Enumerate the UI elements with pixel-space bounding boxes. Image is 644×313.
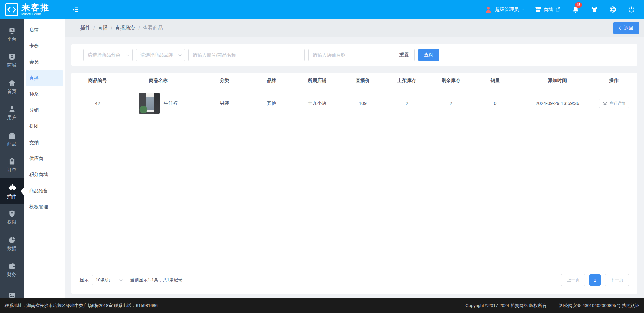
breadcrumb-item-live-sessions[interactable]: 直播场次 [115,25,135,31]
primary-nav-label: 用户 [7,115,17,121]
power-icon [628,6,635,13]
cell-listed-stock: 2 [385,88,429,119]
reset-button[interactable]: 重置 [394,49,415,61]
secondary-nav-label: 供应商 [29,156,43,162]
product-name-text: 牛仔裤 [164,100,178,106]
cell-remaining-stock: 2 [429,88,473,119]
footer-copyright: Copyright ©2017-2024 拾捌网络 版权所有 [465,303,546,309]
media-icon [8,291,16,298]
col-product-name: 商品名称 [117,73,200,88]
primary-sidebar: S 平台 商城 首页 [0,19,24,298]
notification-badge: 45 [575,2,582,8]
primary-nav-orders[interactable]: 订单 [0,152,24,178]
collapse-sidebar-icon[interactable] [72,6,79,13]
primary-nav-mall[interactable]: 商城 [0,47,24,73]
secondary-nav-label: 直播 [29,75,39,81]
language-button[interactable] [609,6,617,13]
search-button[interactable]: 查询 [418,49,439,61]
secondary-nav-shops[interactable]: 店铺 [26,22,63,38]
chevron-down-icon [119,278,123,281]
col-added-time: 添加时间 [517,73,597,88]
brand-select-placeholder: 请选择商品品牌 [140,52,173,58]
col-live-price: 直播价 [340,73,385,88]
footer: 联系地址：湖南省长沙市岳麓区绿地中央广场6栋2018室 联系电话：6159816… [0,298,644,313]
current-page-button[interactable]: 1 [589,274,601,286]
pagination-controls: 上一页 1 下一页 [561,274,629,286]
col-shop: 所属店铺 [293,73,340,88]
secondary-nav-members[interactable]: 会员 [26,54,63,70]
secondary-nav-suppliers[interactable]: 供应商 [26,151,63,167]
orders-icon [8,157,16,165]
primary-nav-finance[interactable]: 财务 [0,257,24,283]
goods-icon [8,131,16,139]
back-button-label: 返回 [624,25,633,31]
footer-license[interactable]: 湘公网安备 43010402000895号 执照认证 [559,303,639,309]
primary-nav-label: 商城 [7,62,17,68]
secondary-nav-label: 卡券 [29,43,39,49]
secondary-nav-auction[interactable]: 竞拍 [26,135,63,151]
breadcrumb-item-view-goods: 查看商品 [143,25,163,31]
view-detail-button[interactable]: 查看详情 [599,99,629,108]
col-listed-stock: 上架库存 [385,73,429,88]
secondary-nav-templates[interactable]: 模板管理 [26,199,63,215]
next-page-button[interactable]: 下一页 [605,274,629,286]
logo[interactable]: 来客推 laiketui.com [0,3,67,16]
col-remaining-stock: 剩余库存 [429,73,473,88]
secondary-sidebar: 店铺 卡券 会员 直播 秒杀 分销 拼团 竞拍 供应商 积分商城 商品预售 模板… [24,19,65,298]
secondary-nav-label: 分销 [29,107,39,113]
shop-name-input[interactable] [308,49,390,61]
store-icon [534,6,542,13]
primary-nav-media[interactable] [0,283,24,298]
table-row: 42 牛仔裤 男装 其他 十九小店 109 2 [78,88,631,119]
eye-icon [603,101,607,105]
secondary-nav-distribution[interactable]: 分销 [26,102,63,118]
col-sales: 销量 [473,73,518,88]
goods-table: 商品编号 商品名称 分类 品牌 所属店铺 直播价 上架库存 剩余库存 销量 添加… [78,73,631,119]
plugin-icon [8,183,16,192]
globe-icon [609,6,617,13]
notifications-button[interactable]: 45 [572,6,580,14]
breadcrumb-item-plugins[interactable]: 插件 [80,25,90,31]
mall-link[interactable]: 商城 [534,6,561,13]
shop-decoration-button[interactable] [590,6,598,14]
brand-select[interactable]: 请选择商品品牌 [136,49,185,61]
cell-added-time: 2024-09-29 13:59:36 [517,88,597,119]
keyword-input[interactable] [188,49,305,61]
cell-actions: 查看详情 [597,88,631,119]
secondary-nav-label: 商品预售 [29,188,48,194]
app-domain: laiketui.com [21,12,50,16]
primary-nav-data[interactable]: 数据 [0,230,24,257]
primary-nav-platform[interactable]: S 平台 [0,21,24,47]
secondary-nav-groupbuy[interactable]: 拼团 [26,118,63,135]
prev-page-button[interactable]: 上一页 [561,274,585,286]
product-image[interactable] [139,93,160,114]
primary-nav-home[interactable]: 首页 [0,73,24,100]
secondary-nav-label: 竞拍 [29,140,39,146]
primary-nav-permissions[interactable]: 权限 [0,204,24,230]
primary-nav-plugins[interactable]: 插件 [0,178,24,204]
breadcrumb-item-live[interactable]: 直播 [98,25,108,31]
primary-nav-goods[interactable]: 商品 [0,126,24,152]
col-product-id: 商品编号 [78,73,117,88]
back-button[interactable]: 返回 [613,22,639,34]
secondary-nav-coupons[interactable]: 卡券 [26,38,63,54]
primary-nav-users[interactable]: 用户 [0,100,24,126]
cell-live-price: 109 [340,88,385,119]
secondary-nav-live[interactable]: 直播 [26,70,63,86]
user-name: 超级管理员 [495,7,519,13]
breadcrumb-separator: / [93,25,95,31]
secondary-nav-presale[interactable]: 商品预售 [26,183,63,199]
col-category: 分类 [200,73,249,88]
secondary-nav-flashsale[interactable]: 秒杀 [26,86,63,102]
chevron-left-icon [619,27,622,30]
users-icon [8,105,16,113]
pagination: 显示 10条/页 当前显示1-1条，共1条记录 上一页 1 下一页 [78,269,631,294]
user-menu[interactable]: 超级管理员 [484,6,524,14]
table-header-row: 商品编号 商品名称 分类 品牌 所属店铺 直播价 上架库存 剩余库存 销量 添加… [78,73,631,88]
page-size-select[interactable]: 10条/页 [92,275,125,285]
category-select[interactable]: 请选择商品分类 [83,49,133,61]
logout-button[interactable] [628,6,635,13]
secondary-nav-points-mall[interactable]: 积分商城 [26,167,63,183]
mall-label: 商城 [544,7,553,13]
top-header: 来客推 laiketui.com 超级管理员 [0,0,644,19]
